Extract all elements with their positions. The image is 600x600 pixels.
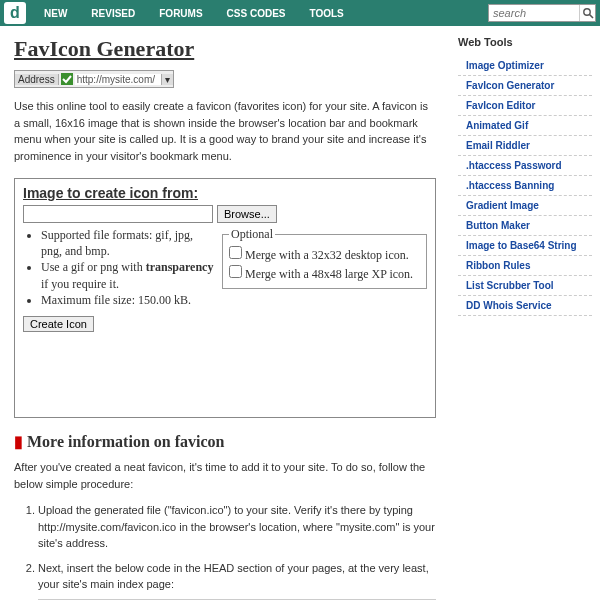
svg-point-0 bbox=[583, 9, 589, 15]
sidebar-title: Web Tools bbox=[458, 36, 592, 48]
instruction-list: Upload the generated file ("favicon.ico"… bbox=[14, 502, 436, 600]
more-intro: After you've created a neat favicon, it'… bbox=[14, 459, 436, 492]
favicon-form: Image to create icon from: Browse... Sup… bbox=[14, 178, 436, 418]
optional-legend: Optional bbox=[229, 227, 275, 242]
nav-revised[interactable]: REVISED bbox=[79, 1, 147, 26]
create-icon-button[interactable]: Create Icon bbox=[23, 316, 94, 332]
form-heading: Image to create icon from: bbox=[23, 185, 427, 201]
merge-32-option[interactable]: Merge with a 32x32 desktop icon. bbox=[229, 246, 420, 263]
svg-line-1 bbox=[589, 15, 593, 19]
browse-button[interactable]: Browse... bbox=[217, 205, 277, 223]
merge-48-option[interactable]: Merge with a 48x48 large XP icon. bbox=[229, 265, 420, 282]
nav-new[interactable]: NEW bbox=[32, 1, 79, 26]
top-navbar: d NEW REVISED FORUMS CSS CODES TOOLS bbox=[0, 0, 600, 26]
sidebar-link-htaccess-banning[interactable]: .htaccess Banning bbox=[458, 176, 592, 196]
merge-32-checkbox[interactable] bbox=[229, 246, 242, 259]
sidebar-link-favicon-generator[interactable]: FavIcon Generator bbox=[458, 76, 592, 96]
main-content: FavIcon Generator Address http://mysite.… bbox=[0, 26, 450, 600]
svg-rect-2 bbox=[61, 73, 73, 85]
file-path-input[interactable] bbox=[23, 205, 213, 223]
search-input[interactable] bbox=[489, 6, 579, 20]
merge-48-checkbox[interactable] bbox=[229, 265, 242, 278]
note-maxsize: Maximum file size: 150.00 kB. bbox=[41, 292, 214, 308]
sidebar-link-image-base64[interactable]: Image to Base64 String bbox=[458, 236, 592, 256]
format-notes: Supported file formats: gif, jpg, png, a… bbox=[23, 227, 214, 308]
bullet-icon: ▮ bbox=[14, 433, 23, 450]
address-url: http://mysite.com/ bbox=[75, 74, 161, 85]
note-transparency: Use a gif or png with transparency if yo… bbox=[41, 259, 214, 291]
site-logo[interactable]: d bbox=[4, 2, 26, 24]
sidebar-link-button-maker[interactable]: Button Maker bbox=[458, 216, 592, 236]
sidebar-link-favicon-editor[interactable]: FavIcon Editor bbox=[458, 96, 592, 116]
page-title: FavIcon Generator bbox=[14, 36, 436, 62]
sidebar-link-ribbon-rules[interactable]: Ribbon Rules bbox=[458, 256, 592, 276]
sidebar: Web Tools Image Optimizer FavIcon Genera… bbox=[450, 26, 600, 600]
sidebar-link-email-riddler[interactable]: Email Riddler bbox=[458, 136, 592, 156]
search-icon[interactable] bbox=[579, 5, 595, 21]
nav-forums[interactable]: FORUMS bbox=[147, 1, 214, 26]
sidebar-link-animated-gif[interactable]: Animated Gif bbox=[458, 116, 592, 136]
step-2: Next, insert the below code in the HEAD … bbox=[38, 560, 436, 601]
nav-csscodes[interactable]: CSS CODES bbox=[215, 1, 298, 26]
address-label: Address bbox=[15, 74, 59, 85]
address-bar-mock: Address http://mysite.com/ ▾ bbox=[14, 70, 174, 88]
search-box bbox=[488, 4, 596, 22]
sidebar-link-list-scrubber[interactable]: List Scrubber Tool bbox=[458, 276, 592, 296]
more-info-heading: ▮More information on favicon bbox=[14, 432, 436, 451]
step-1: Upload the generated file ("favicon.ico"… bbox=[38, 502, 436, 552]
chevron-down-icon: ▾ bbox=[161, 74, 173, 85]
nav-tools[interactable]: TOOLS bbox=[298, 1, 356, 26]
sidebar-link-gradient-image[interactable]: Gradient Image bbox=[458, 196, 592, 216]
favicon-preview-icon bbox=[61, 73, 73, 85]
sidebar-link-image-optimizer[interactable]: Image Optimizer bbox=[458, 56, 592, 76]
note-formats: Supported file formats: gif, jpg, png, a… bbox=[41, 227, 214, 259]
sidebar-link-htaccess-password[interactable]: .htaccess Password bbox=[458, 156, 592, 176]
optional-fieldset: Optional Merge with a 32x32 desktop icon… bbox=[222, 227, 427, 289]
intro-text: Use this online tool to easily create a … bbox=[14, 98, 436, 164]
sidebar-link-dd-whois[interactable]: DD Whois Service bbox=[458, 296, 592, 316]
main-nav: NEW REVISED FORUMS CSS CODES TOOLS bbox=[32, 1, 488, 26]
